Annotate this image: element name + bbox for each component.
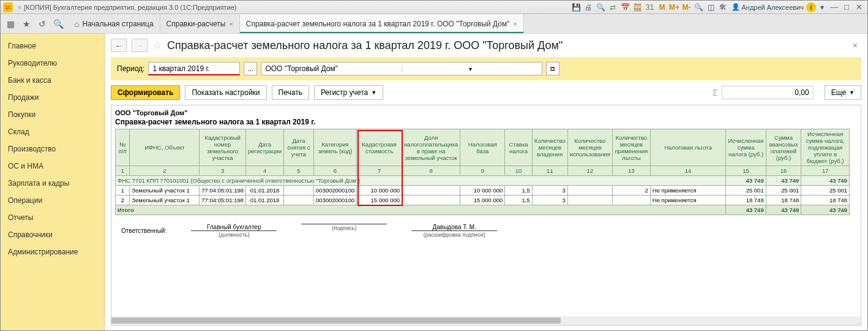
apps-icon[interactable]: ▦: [4, 18, 17, 30]
save-icon[interactable]: 💾: [571, 2, 582, 13]
settings-button[interactable]: Показать настройки: [185, 85, 266, 100]
back-button[interactable]: ←: [111, 39, 127, 52]
dropdown-icon[interactable]: ▾: [817, 2, 828, 13]
cell: 43 749: [766, 205, 801, 215]
chevron-down-icon: ▼: [371, 89, 376, 96]
date-icon[interactable]: 31: [644, 2, 655, 13]
panels-icon[interactable]: ◫: [705, 2, 716, 13]
minimize-button[interactable]: —: [828, 2, 840, 13]
tab-current[interactable]: Справка-расчет земельного налога за 1 кв…: [240, 14, 524, 33]
org-open-button[interactable]: ⧉: [546, 62, 559, 75]
print-button[interactable]: Печать: [272, 85, 309, 100]
memory-mminus-icon[interactable]: M-: [681, 2, 692, 13]
cell: Земельный участок 1: [130, 186, 200, 196]
col-header: № п/п: [116, 129, 130, 166]
col-header: Доля налогоплательщика в праве на земель…: [402, 129, 460, 166]
page-close-button[interactable]: ×: [853, 40, 861, 50]
info-icon[interactable]: i: [806, 2, 816, 12]
period-input[interactable]: 1 квартал 2019 г.: [148, 62, 240, 75]
print-button-label: Печать: [279, 88, 302, 97]
sidebar-item[interactable]: Операции: [1, 192, 104, 209]
org-dropdown-icon[interactable]: ▾: [402, 66, 539, 72]
more-button-label: Еще: [831, 88, 846, 97]
col-num: 11: [532, 166, 567, 176]
close-icon[interactable]: ×: [514, 20, 517, 28]
report-title: Справка-расчет земельного налога за 1 кв…: [115, 118, 857, 126]
col-num: 6: [313, 166, 356, 176]
sign-position: Главный бухгалтер: [207, 224, 261, 230]
tab-reports[interactable]: Справки-расчеты×: [160, 14, 240, 33]
report-area: ООО "Торговый Дом" Справка-расчет земель…: [111, 105, 861, 325]
memory-m-icon[interactable]: M: [656, 2, 667, 13]
register-button[interactable]: Регистр учета▼: [314, 85, 383, 100]
cell: 1: [116, 186, 130, 196]
col-header: Исчисленная сумма налога, подлежащая упл…: [801, 129, 850, 166]
cell: 77:04:05:01:198: [200, 196, 246, 205]
close-icon[interactable]: ×: [229, 20, 233, 28]
table-row[interactable]: 1 Земельный участок 1 77:04:05:01:198 01…: [116, 186, 850, 196]
sidebar-item[interactable]: Администрирование: [1, 243, 104, 261]
sidebar-item[interactable]: Склад: [1, 123, 104, 140]
sidebar-item[interactable]: Главное: [1, 37, 104, 55]
scrollbar-thumb[interactable]: [111, 318, 561, 324]
sidebar-item[interactable]: Руководителю: [1, 55, 104, 72]
period-picker-button[interactable]: ...: [244, 62, 257, 75]
col-num: 1: [116, 166, 130, 176]
history-icon[interactable]: ↺: [36, 18, 48, 30]
cell: 77:04:05:01:198: [200, 186, 246, 196]
sidebar-item[interactable]: Продажи: [1, 89, 104, 106]
memory-mplus-icon[interactable]: M+: [668, 2, 679, 13]
col-num: 15: [726, 166, 766, 176]
compare-icon[interactable]: ⇄: [607, 2, 618, 13]
sidebar-item[interactable]: Производство: [1, 140, 104, 158]
col-num: 3: [200, 166, 246, 176]
sum-value: 0,00: [722, 86, 814, 99]
filter-bar: Период: 1 квартал 2019 г. ... ООО "Торго…: [111, 57, 861, 80]
print-icon[interactable]: 🖨: [583, 2, 594, 13]
col-num: 17: [801, 166, 850, 176]
favorite-icon[interactable]: ☆: [152, 39, 162, 52]
cell: 43 749: [801, 176, 850, 186]
cell: [402, 196, 460, 205]
sidebar-item[interactable]: Отчеты: [1, 209, 104, 226]
table-total-row: Итого 43 749 43 749 43 749: [116, 205, 850, 215]
page-title: Справка-расчет земельного налога за 1 кв…: [167, 39, 563, 52]
cell: [402, 186, 460, 196]
cell: 18 748: [766, 196, 801, 205]
cell: 1,5: [505, 186, 532, 196]
table-row[interactable]: 2 Земельный участок 1 77:04:05:01:198 01…: [116, 196, 850, 205]
calc-icon[interactable]: 🧮: [632, 2, 643, 13]
window-title: [КОПИЯ] Бухгалтерия предприятия, редакци…: [24, 4, 237, 11]
cell: 15 000 000: [357, 196, 402, 205]
sidebar-item[interactable]: ОС и НМА: [1, 158, 104, 175]
calendar-icon[interactable]: 📅: [619, 2, 630, 13]
close-window-button[interactable]: ✕: [853, 2, 865, 13]
sign-sub: (должность): [191, 230, 277, 238]
org-input[interactable]: ООО "Торговый Дом" ▾: [261, 62, 542, 75]
tab-reports-label: Справки-расчеты: [166, 20, 226, 28]
col-header: Количество месяцев использования: [567, 129, 612, 166]
sign-name: Давыдова Т. М.: [432, 224, 476, 230]
preview-icon[interactable]: 🔍: [595, 2, 606, 13]
table-group-row[interactable]: ФНС 7701 КПП 770101001 (Общество с огран…: [116, 176, 850, 186]
search-icon[interactable]: 🔍: [52, 18, 64, 30]
sidebar-item[interactable]: Зарплата и кадры: [1, 175, 104, 192]
zoom-icon[interactable]: 🔍: [693, 2, 704, 13]
col-header: Количество месяцев владения: [532, 129, 567, 166]
form-button[interactable]: Сформировать: [111, 85, 180, 100]
user-label[interactable]: Андрей Алексеевич: [731, 3, 804, 11]
signature-block: Ответственный: Главный бухгалтер(должнос…: [115, 224, 857, 238]
more-button[interactable]: Еще▼: [825, 85, 861, 100]
col-num: 12: [567, 166, 612, 176]
sidebar-item[interactable]: Покупки: [1, 106, 104, 123]
cell: [284, 196, 314, 205]
tab-home[interactable]: Начальная страница: [68, 14, 160, 33]
titlebar: 1c [КОПИЯ] Бухгалтерия предприятия, реда…: [1, 1, 867, 14]
tools-icon[interactable]: 🛠: [717, 2, 728, 13]
sidebar-item[interactable]: Справочники: [1, 226, 104, 243]
star-icon[interactable]: ★: [20, 18, 32, 30]
maximize-button[interactable]: □: [840, 2, 853, 13]
forward-button[interactable]: →: [132, 39, 148, 52]
horizontal-scrollbar[interactable]: [111, 316, 861, 325]
sidebar-item[interactable]: Банк и касса: [1, 72, 104, 89]
